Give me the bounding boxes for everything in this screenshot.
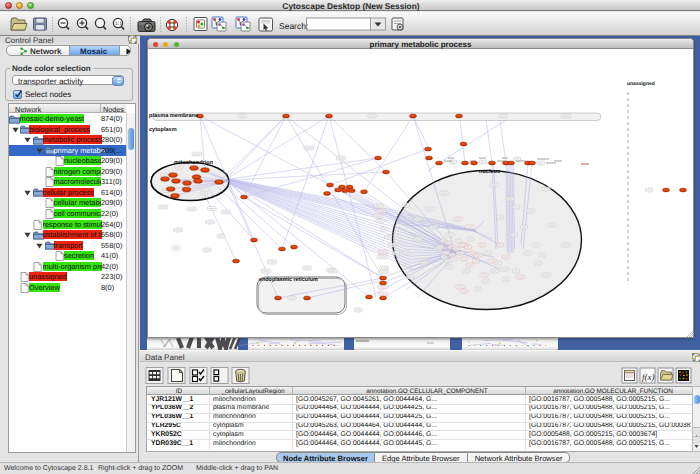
- svg-text:nucleus: nucleus: [479, 168, 500, 175]
- svg-text:plasma membrane: plasma membrane: [149, 112, 198, 119]
- svg-text:f(x): f(x): [642, 372, 655, 382]
- svg-text:endoplasmic reticulum: endoplasmic reticulum: [259, 277, 318, 283]
- svg-text:unassigned: unassigned: [627, 81, 655, 87]
- svg-text:cytoplasm: cytoplasm: [149, 126, 177, 133]
- svg-text:mitochondrion: mitochondrion: [174, 159, 214, 166]
